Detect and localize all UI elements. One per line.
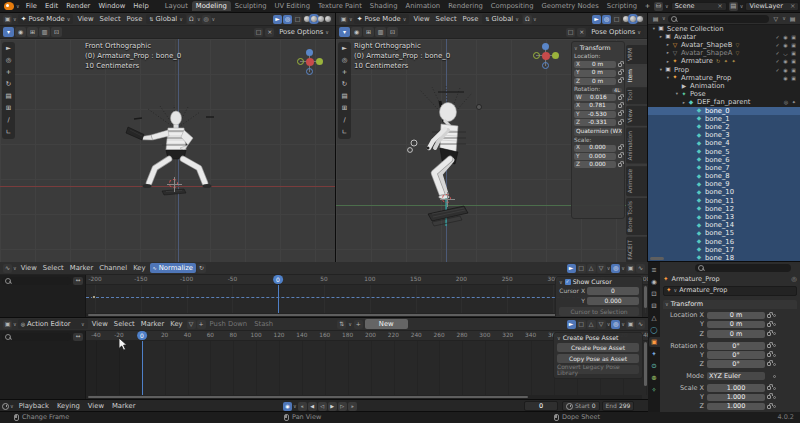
tweak-tool-icon[interactable] <box>567 264 576 273</box>
rotation-mode-badge[interactable]: 4L <box>612 88 622 93</box>
viewport-menu-item[interactable]: View <box>74 16 96 23</box>
jump-start-button[interactable]: « <box>298 402 307 411</box>
gizmo-toggle-icon[interactable] <box>273 15 282 24</box>
transform-row[interactable]: Z 0° <box>663 360 797 368</box>
viewport-menu-item[interactable]: Pose <box>124 16 146 23</box>
warning-icon[interactable] <box>587 264 596 273</box>
workspace-tab[interactable]: Geometry Nodes <box>537 1 602 12</box>
properties-tab-icon[interactable]: ▣ <box>649 337 660 347</box>
location-row[interactable]: Y0 m <box>574 69 622 76</box>
wireframe-shading-icon[interactable] <box>304 16 310 22</box>
material-shading-icon[interactable] <box>318 16 324 22</box>
workspace-tab[interactable]: Compositing <box>487 1 538 12</box>
wireframe-shading-icon[interactable] <box>623 16 629 22</box>
row-visibility-icons[interactable]: ◉ ▣ <box>783 76 800 81</box>
lock-icon[interactable] <box>618 163 622 167</box>
transform-row[interactable]: Y 1.000 <box>663 393 797 401</box>
viewport-tool-button[interactable]: ► <box>339 43 350 54</box>
properties-tab-icon[interactable]: ◯ <box>649 325 660 335</box>
topbar-menu-item[interactable]: File <box>22 3 41 10</box>
solid-shading-icon[interactable] <box>311 16 317 22</box>
snap-icon[interactable] <box>626 320 635 329</box>
outliner-row[interactable]: ▶ Animation <box>648 82 800 90</box>
tool-settings-icon[interactable]: ▾ <box>339 27 350 37</box>
lock-icon[interactable] <box>618 154 622 158</box>
tool-settings-icon[interactable]: ⊞ <box>363 27 374 37</box>
animate-dot-icon[interactable] <box>773 332 776 335</box>
viewport-tool-button[interactable]: ⊞ <box>339 103 350 114</box>
scene-name-field[interactable]: Scene <box>671 2 727 11</box>
solid-shading-icon[interactable] <box>630 16 636 22</box>
browse-action-icon[interactable] <box>187 320 196 329</box>
transform-row[interactable]: Y 0 m <box>663 321 797 329</box>
orientation-dropdown[interactable]: Global∨ <box>146 14 186 24</box>
topbar-menu-item[interactable]: Render <box>62 3 94 10</box>
lock-icon[interactable] <box>767 332 771 336</box>
overlays-toggle-icon[interactable] <box>283 15 292 24</box>
pose-options-dropdown[interactable]: Pose Options∨ <box>276 27 332 37</box>
viewport-tool-button[interactable]: + <box>339 67 350 78</box>
properties-tab-icon[interactable]: ⊟ <box>649 301 660 311</box>
next-keyframe-button[interactable]: ▷ <box>338 402 347 411</box>
dope-menu-item[interactable]: Select <box>111 321 138 328</box>
workspace-tab[interactable]: Animation <box>401 1 444 12</box>
n-panel-tab[interactable]: Item <box>626 66 647 85</box>
lock-icon[interactable] <box>618 79 622 83</box>
rotation-row[interactable]: Y-0.530 <box>574 111 622 118</box>
lock-icon[interactable] <box>767 362 771 366</box>
snap-icon[interactable] <box>187 15 196 24</box>
new-action-plus-icon[interactable] <box>354 320 363 329</box>
proportional-edit-icon[interactable] <box>611 264 620 273</box>
n-panel-tab[interactable]: FACEIT <box>626 237 647 262</box>
location-row[interactable]: X0 m <box>574 61 622 68</box>
properties-tab-icon[interactable]: ◉ <box>649 277 660 287</box>
viewport-menu-item[interactable]: View <box>410 16 432 23</box>
navigation-gizmo[interactable] <box>533 43 559 69</box>
viewport-tool-button[interactable]: ∟ <box>339 127 350 138</box>
viewport-front-canvas[interactable]: ►◎+↻▤⊞∕∟ Front Orthographic (0) Armature… <box>0 39 335 262</box>
row-visibility-icons[interactable]: ✓ ◉ ▣ <box>776 35 800 40</box>
graph-vscrollbar[interactable] <box>644 286 647 308</box>
animate-dot-icon[interactable] <box>773 375 776 378</box>
lock-icon[interactable] <box>618 146 622 150</box>
stash-button[interactable]: Stash <box>251 321 276 328</box>
lock-icon[interactable] <box>767 344 771 348</box>
animate-dot-icon[interactable] <box>773 354 776 357</box>
properties-tab-icon[interactable]: ⊕ <box>649 373 660 383</box>
filter-icon[interactable] <box>597 320 606 329</box>
transform-panel-header[interactable]: ∨ Transform <box>574 45 622 51</box>
rendered-shading-icon[interactable] <box>325 16 331 22</box>
n-panel-tab[interactable]: Animate <box>626 166 647 196</box>
lock-icon[interactable] <box>767 353 771 357</box>
snap-icon[interactable] <box>523 15 532 24</box>
tool-settings-icon[interactable]: ▥ <box>39 27 50 37</box>
outliner-row[interactable]: ◆ bone_10 <box>648 189 800 197</box>
row-visibility-icons[interactable]: ◎ ✦ <box>784 100 800 105</box>
dope-menu-item[interactable]: Key <box>167 321 185 328</box>
select-box-icon[interactable] <box>577 264 586 273</box>
viewport-tool-button[interactable]: ∕ <box>339 115 350 126</box>
interpolation-icon[interactable] <box>636 264 645 273</box>
row-visibility-icons[interactable]: ✓ ◉ ▣ <box>776 59 800 64</box>
cursor-y-field[interactable]: 0.000 <box>587 297 639 305</box>
outliner-row[interactable]: ◆ bone_16 <box>648 238 800 246</box>
workspace-tab[interactable]: Rendering <box>444 1 487 12</box>
lock-icon[interactable] <box>767 395 771 399</box>
keyframe-point[interactable] <box>92 295 96 299</box>
transform-row[interactable]: Mode XYZ Euler <box>663 372 797 380</box>
pose-asset-button[interactable]: Copy Pose as Asset <box>557 354 639 363</box>
dope-hscrollbar[interactable] <box>86 395 642 399</box>
dope-playhead[interactable] <box>142 341 143 395</box>
expand-channels-button[interactable]: ↔ <box>73 277 83 285</box>
dope-ruler[interactable]: -40-200204060801001201401601802002202402… <box>0 331 648 341</box>
navigation-gizmo[interactable] <box>297 49 323 75</box>
end-frame-field[interactable]: End299 <box>602 401 635 411</box>
properties-tab-icon[interactable]: △ <box>649 313 660 323</box>
viewport-tool-button[interactable]: ▤ <box>339 91 350 102</box>
viewport-tool-button[interactable]: ∟ <box>3 127 14 138</box>
n-panel-tab[interactable]: View <box>626 106 647 126</box>
row-visibility-icons[interactable]: ✓ ◉ ▣ <box>776 68 800 73</box>
current-frame-field[interactable]: 0 <box>524 401 558 411</box>
scale-row[interactable]: Y0.000 <box>574 153 622 160</box>
play-button[interactable]: ▶ <box>328 402 337 411</box>
